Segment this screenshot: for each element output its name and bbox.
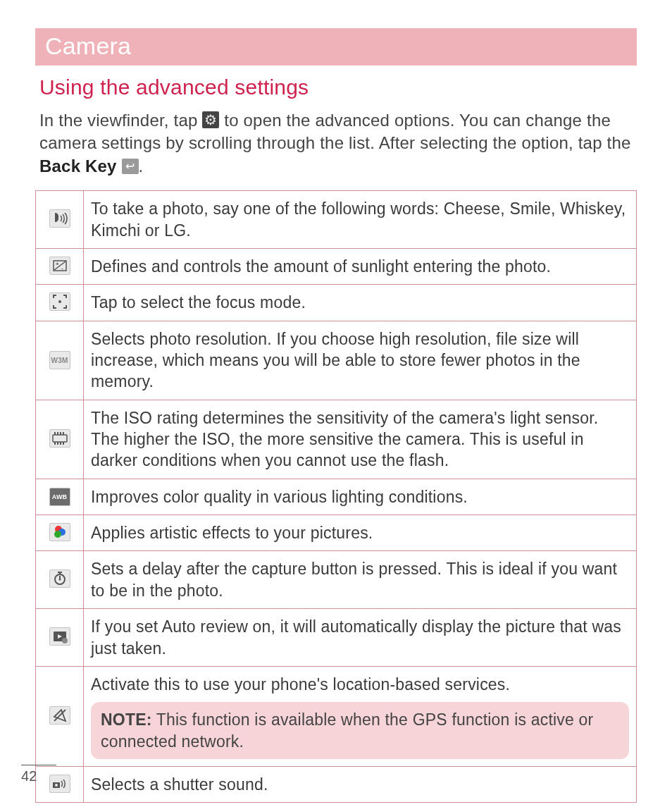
geotag-icon xyxy=(36,666,84,766)
auto-review-icon xyxy=(36,609,84,667)
table-row: Applies artistic effects to your picture… xyxy=(36,515,637,551)
row-desc: Defines and controls the amount of sunli… xyxy=(84,248,637,284)
row-desc: Applies artistic effects to your picture… xyxy=(84,515,637,551)
settings-gear-icon xyxy=(202,111,219,128)
geotag-desc-text: Activate this to use your phone's locati… xyxy=(91,675,510,694)
intro-text-3: . xyxy=(139,156,144,175)
svg-text:+: + xyxy=(56,261,59,267)
white-balance-icon: AWB xyxy=(36,479,84,515)
table-row: The ISO rating determines the sensitivit… xyxy=(36,400,637,479)
row-desc: Selects photo resolution. If you choose … xyxy=(84,321,637,400)
svg-rect-4 xyxy=(53,435,67,442)
table-row: If you set Auto review on, it will autom… xyxy=(36,609,637,667)
row-desc: Activate this to use your phone's locati… xyxy=(84,666,637,766)
row-desc: Tap to select the focus mode. xyxy=(84,285,637,321)
table-row: AWB Improves color quality in various li… xyxy=(36,479,637,515)
table-row: Activate this to use your phone's locati… xyxy=(36,666,637,766)
table-row: Selects a shutter sound. xyxy=(36,767,637,803)
table-row: Sets a delay after the capture button is… xyxy=(36,551,637,609)
settings-table: To take a photo, say one of the followin… xyxy=(35,190,637,803)
svg-point-15 xyxy=(54,531,61,538)
intro-text-1: In the viewfinder, tap xyxy=(39,111,202,130)
svg-text:-: - xyxy=(61,265,63,271)
brightness-adjust-icon: +- xyxy=(36,248,84,284)
svg-point-20 xyxy=(62,638,68,643)
note-label: NOTE: xyxy=(101,710,152,729)
timer-icon xyxy=(36,551,84,609)
table-row: To take a photo, say one of the followin… xyxy=(36,191,637,249)
svg-rect-7 xyxy=(60,432,61,435)
back-key-icon xyxy=(122,159,139,174)
focus-mode-icon xyxy=(36,285,84,321)
svg-rect-12 xyxy=(63,442,64,445)
row-desc: To take a photo, say one of the followin… xyxy=(84,191,637,249)
svg-rect-11 xyxy=(60,442,61,445)
resolution-icon: W3M xyxy=(36,321,84,400)
svg-point-17 xyxy=(58,579,61,581)
back-key-label: Back Key xyxy=(39,156,117,175)
table-row: W3M Selects photo resolution. If you cho… xyxy=(36,321,637,400)
row-desc: The ISO rating determines the sensitivit… xyxy=(84,400,637,479)
row-desc: Improves color quality in various lighti… xyxy=(84,479,637,515)
svg-rect-5 xyxy=(54,432,56,435)
page-number: 42 xyxy=(21,765,56,784)
iso-icon xyxy=(36,400,84,479)
svg-rect-8 xyxy=(63,432,64,435)
table-row: +- Defines and controls the amount of su… xyxy=(36,248,637,284)
voice-shutter-icon xyxy=(36,191,84,249)
svg-rect-10 xyxy=(57,442,58,445)
row-desc: If you set Auto review on, it will autom… xyxy=(84,609,637,667)
table-row: Tap to select the focus mode. xyxy=(36,285,637,321)
svg-rect-9 xyxy=(54,442,56,445)
row-desc: Selects a shutter sound. xyxy=(84,767,637,803)
chapter-header: Camera xyxy=(35,28,637,66)
svg-point-3 xyxy=(58,300,61,303)
note-text: This function is available when the GPS … xyxy=(101,710,593,750)
color-effect-icon xyxy=(36,515,84,551)
section-title: Using the advanced settings xyxy=(39,75,633,99)
row-desc: Sets a delay after the capture button is… xyxy=(84,551,637,609)
intro-paragraph: In the viewfinder, tap to open the advan… xyxy=(39,109,633,178)
svg-rect-6 xyxy=(57,432,58,435)
note-box: NOTE: This function is available when th… xyxy=(91,702,629,759)
